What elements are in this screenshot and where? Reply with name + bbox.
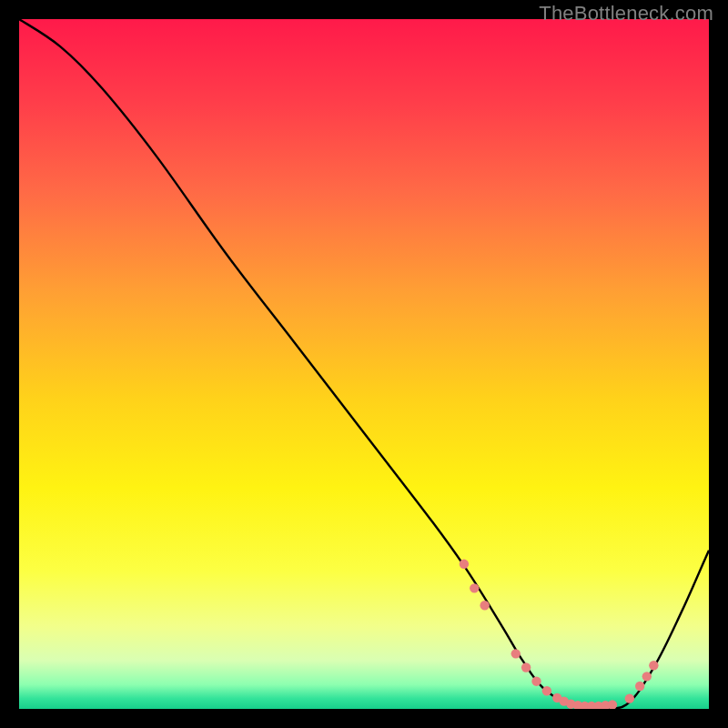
gradient-background — [19, 19, 709, 709]
data-marker — [470, 583, 479, 592]
data-marker — [480, 601, 489, 610]
chart-svg-canvas — [19, 19, 709, 709]
data-marker — [542, 686, 551, 695]
data-marker — [511, 649, 521, 658]
chart-plot-area — [19, 19, 709, 709]
data-marker — [625, 693, 634, 703]
data-marker — [521, 662, 531, 672]
data-marker — [460, 560, 469, 569]
data-marker — [642, 672, 652, 681]
data-marker — [649, 661, 658, 670]
data-marker — [635, 682, 644, 691]
data-marker — [531, 676, 541, 685]
chart-frame: TheBottleneck.com — [0, 0, 728, 728]
watermark-text: TheBottleneck.com — [539, 2, 713, 25]
